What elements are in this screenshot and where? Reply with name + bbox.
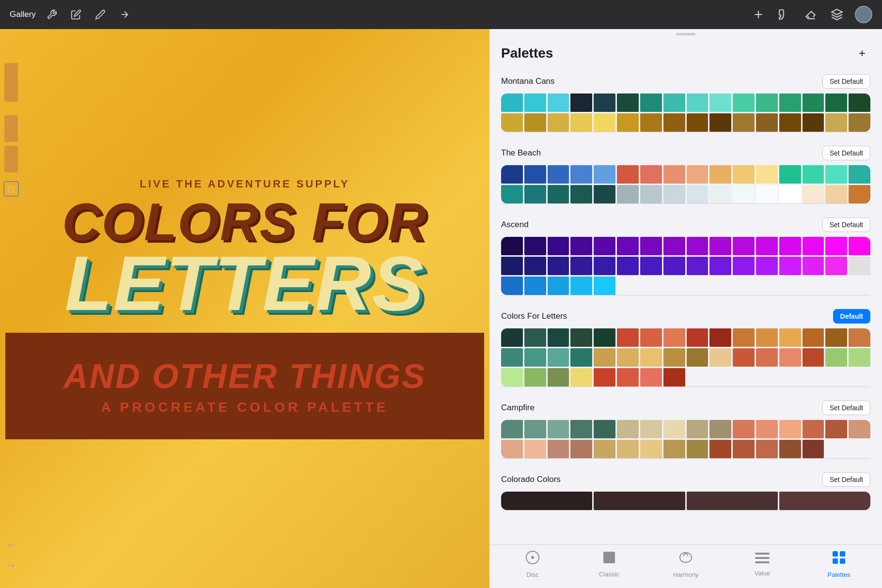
color-swatch[interactable] bbox=[709, 165, 731, 184]
color-swatch[interactable] bbox=[594, 420, 615, 438]
color-swatch[interactable] bbox=[617, 237, 639, 255]
color-swatch[interactable] bbox=[687, 185, 709, 203]
color-swatch[interactable] bbox=[570, 440, 592, 458]
arrow-icon[interactable] bbox=[116, 6, 133, 23]
color-swatch[interactable] bbox=[570, 420, 592, 438]
color-swatch[interactable] bbox=[825, 93, 847, 112]
color-swatch[interactable] bbox=[640, 257, 662, 275]
color-swatch[interactable] bbox=[849, 257, 870, 275]
color-swatch[interactable] bbox=[524, 328, 546, 347]
color-swatch[interactable] bbox=[849, 113, 870, 132]
color-swatch[interactable] bbox=[524, 368, 546, 387]
brush-size-bot[interactable] bbox=[4, 146, 18, 172]
color-swatch[interactable] bbox=[779, 348, 801, 367]
color-picker[interactable] bbox=[855, 6, 872, 23]
color-swatch[interactable] bbox=[524, 277, 546, 295]
color-swatch[interactable] bbox=[663, 368, 685, 387]
color-swatch[interactable] bbox=[594, 185, 615, 203]
color-swatch[interactable] bbox=[524, 257, 546, 275]
color-swatch[interactable] bbox=[709, 440, 731, 458]
color-swatch[interactable] bbox=[687, 420, 709, 438]
color-swatch[interactable] bbox=[501, 237, 523, 255]
color-swatch[interactable] bbox=[849, 165, 870, 184]
color-swatch[interactable] bbox=[779, 420, 801, 438]
color-swatch[interactable] bbox=[709, 257, 731, 275]
set-default-button[interactable]: Default bbox=[833, 309, 870, 324]
color-swatch[interactable] bbox=[524, 420, 546, 438]
color-swatch[interactable] bbox=[548, 277, 569, 295]
color-swatch[interactable] bbox=[709, 328, 731, 347]
color-swatch[interactable] bbox=[779, 257, 801, 275]
color-swatch[interactable] bbox=[640, 368, 662, 387]
color-swatch[interactable] bbox=[570, 165, 592, 184]
color-swatch[interactable] bbox=[548, 185, 569, 203]
color-swatch[interactable] bbox=[779, 185, 801, 203]
color-swatch[interactable] bbox=[803, 328, 824, 347]
color-swatch[interactable] bbox=[779, 440, 801, 458]
color-swatch[interactable] bbox=[779, 165, 801, 184]
color-swatch[interactable] bbox=[733, 113, 755, 132]
color-swatch[interactable] bbox=[803, 185, 824, 203]
selection-tool[interactable]: ◻ bbox=[3, 181, 19, 197]
color-swatch[interactable] bbox=[803, 440, 824, 458]
color-swatch[interactable] bbox=[803, 257, 824, 275]
set-default-button[interactable]: Set Default bbox=[822, 472, 870, 487]
color-swatch[interactable] bbox=[594, 237, 615, 255]
color-swatch[interactable] bbox=[548, 420, 569, 438]
color-swatch[interactable] bbox=[640, 328, 662, 347]
color-swatch[interactable] bbox=[756, 237, 778, 255]
color-swatch[interactable] bbox=[687, 113, 709, 132]
color-swatch[interactable] bbox=[594, 277, 615, 295]
color-swatch[interactable] bbox=[756, 257, 778, 275]
color-swatch[interactable] bbox=[687, 165, 709, 184]
color-swatch[interactable] bbox=[617, 440, 639, 458]
color-swatch[interactable] bbox=[779, 328, 801, 347]
color-swatch[interactable] bbox=[617, 420, 639, 438]
color-swatch[interactable] bbox=[617, 257, 639, 275]
color-swatch[interactable] bbox=[640, 165, 662, 184]
color-swatch[interactable] bbox=[733, 420, 755, 438]
color-swatch[interactable] bbox=[548, 440, 569, 458]
color-swatch[interactable] bbox=[825, 113, 847, 132]
color-swatch[interactable] bbox=[825, 328, 847, 347]
color-swatch[interactable] bbox=[617, 328, 639, 347]
color-swatch[interactable] bbox=[501, 93, 523, 112]
color-swatch[interactable] bbox=[524, 348, 546, 367]
color-swatch[interactable] bbox=[849, 420, 870, 438]
color-swatch[interactable] bbox=[849, 185, 870, 203]
color-swatch[interactable] bbox=[570, 93, 592, 112]
color-swatch[interactable] bbox=[756, 185, 778, 203]
color-swatch[interactable] bbox=[594, 328, 615, 347]
color-swatch[interactable] bbox=[548, 348, 569, 367]
color-swatch[interactable] bbox=[501, 328, 523, 347]
eraser-icon[interactable] bbox=[803, 6, 819, 23]
color-swatch[interactable] bbox=[803, 165, 824, 184]
color-swatch[interactable] bbox=[594, 440, 615, 458]
color-swatch[interactable] bbox=[524, 93, 546, 112]
color-swatch[interactable] bbox=[733, 165, 755, 184]
edit-icon[interactable] bbox=[68, 6, 84, 23]
gallery-button[interactable]: Gallery bbox=[10, 10, 36, 19]
color-swatch[interactable] bbox=[803, 348, 824, 367]
add-palette-button[interactable]: + bbox=[854, 45, 870, 62]
brush-size-mid[interactable] bbox=[4, 115, 18, 142]
color-swatch[interactable] bbox=[687, 93, 709, 112]
color-swatch[interactable] bbox=[825, 348, 847, 367]
script-icon[interactable] bbox=[92, 6, 109, 23]
color-swatch[interactable] bbox=[733, 348, 755, 367]
color-swatch[interactable] bbox=[663, 257, 685, 275]
color-swatch[interactable] bbox=[756, 328, 778, 347]
color-swatch[interactable] bbox=[594, 257, 615, 275]
color-swatch[interactable] bbox=[617, 113, 639, 132]
color-swatch[interactable] bbox=[803, 93, 824, 112]
color-swatch[interactable] bbox=[617, 165, 639, 184]
color-swatch[interactable] bbox=[501, 257, 523, 275]
color-swatch[interactable] bbox=[709, 237, 731, 255]
color-swatch[interactable] bbox=[779, 113, 801, 132]
color-swatch[interactable] bbox=[733, 440, 755, 458]
color-swatch[interactable] bbox=[733, 257, 755, 275]
color-swatch[interactable] bbox=[548, 368, 569, 387]
color-swatch[interactable] bbox=[501, 185, 523, 203]
color-swatch[interactable] bbox=[501, 492, 592, 510]
color-swatch[interactable] bbox=[548, 257, 569, 275]
